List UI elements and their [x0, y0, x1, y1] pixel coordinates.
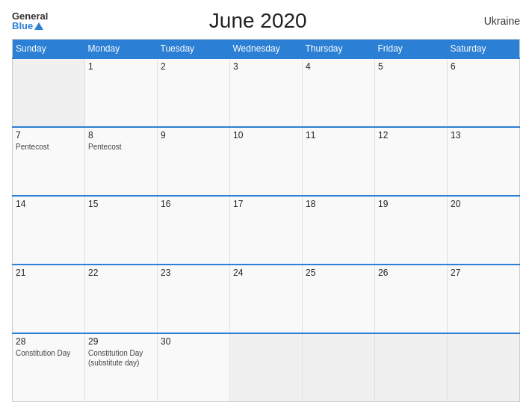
calendar-cell: 2: [158, 58, 230, 127]
calendar-cell: 20: [448, 196, 520, 265]
day-number: 13: [451, 130, 516, 140]
calendar-cell: 25: [303, 265, 375, 333]
day-number: 2: [161, 61, 226, 72]
calendar-cell: 6: [448, 58, 520, 127]
day-number: 20: [451, 199, 516, 209]
calendar-cell: 14: [13, 196, 85, 265]
day-number: 3: [233, 61, 299, 72]
calendar-cell: [303, 333, 375, 402]
calendar-cell: 12: [375, 127, 448, 196]
col-friday: Friday: [375, 40, 448, 59]
day-number: 7: [16, 130, 81, 140]
col-wednesday: Wednesday: [230, 40, 303, 59]
calendar-week-row: 14151617181920: [13, 196, 520, 265]
calendar-cell: [230, 333, 303, 402]
day-number: 1: [88, 61, 154, 72]
calendar-week-row: 28Constitution Day29Constitution Day (su…: [13, 333, 520, 402]
day-number: 26: [378, 268, 444, 278]
calendar-table: Sunday Monday Tuesday Wednesday Thursday…: [12, 39, 520, 402]
day-number: 25: [306, 268, 371, 278]
col-thursday: Thursday: [303, 40, 375, 59]
day-number: 24: [233, 268, 299, 278]
day-number: 18: [306, 199, 371, 209]
day-event: Pentecost: [88, 142, 154, 152]
day-number: 12: [378, 130, 444, 140]
calendar-cell: 13: [448, 127, 520, 196]
day-number: 21: [16, 268, 81, 278]
col-saturday: Saturday: [448, 40, 520, 59]
calendar-title: June 2020: [48, 9, 468, 33]
calendar-cell: 7Pentecost: [13, 127, 85, 196]
day-number: 8: [88, 130, 154, 140]
calendar-cell: 4: [303, 58, 375, 127]
day-number: 9: [161, 130, 226, 140]
calendar-cell: 15: [85, 196, 158, 265]
calendar-cell: 21: [13, 265, 85, 333]
calendar-cell: 22: [85, 265, 158, 333]
logo-triangle-icon: [34, 22, 43, 30]
calendar-cell: 26: [375, 265, 448, 333]
calendar-cell: 24: [230, 265, 303, 333]
calendar-cell: 11: [303, 127, 375, 196]
calendar-cell: [375, 333, 448, 402]
logo: General Blue: [12, 11, 48, 31]
calendar-cell: 3: [230, 58, 303, 127]
calendar-cell: 27: [448, 265, 520, 333]
calendar-cell: [13, 58, 85, 127]
calendar-cell: [448, 333, 520, 402]
calendar-cell: 5: [375, 58, 448, 127]
day-number: 27: [451, 268, 516, 278]
day-number: 22: [88, 268, 154, 278]
calendar-cell: 19: [375, 196, 448, 265]
calendar-cell: 10: [230, 127, 303, 196]
calendar-cell: 17: [230, 196, 303, 265]
day-number: 16: [161, 199, 226, 209]
logo-blue-text: Blue: [12, 21, 33, 31]
calendar-cell: 1: [85, 58, 158, 127]
header: General Blue June 2020 Ukraine: [12, 9, 520, 33]
day-number: 19: [378, 199, 444, 209]
calendar-week-row: 21222324252627: [13, 265, 520, 333]
day-event: Pentecost: [16, 142, 81, 152]
day-number: 28: [16, 336, 81, 347]
day-number: 5: [378, 61, 444, 72]
col-sunday: Sunday: [13, 40, 85, 59]
day-number: 30: [161, 336, 226, 347]
calendar-cell: 23: [158, 265, 230, 333]
country-label: Ukraine: [468, 15, 520, 27]
day-number: 6: [451, 61, 516, 72]
calendar-cell: 18: [303, 196, 375, 265]
calendar-cell: 28Constitution Day: [13, 333, 85, 402]
calendar-week-row: 7Pentecost8Pentecost910111213: [13, 127, 520, 196]
day-number: 4: [306, 61, 371, 72]
calendar-header-row: Sunday Monday Tuesday Wednesday Thursday…: [13, 40, 520, 59]
calendar-cell: 16: [158, 196, 230, 265]
calendar-cell: 30: [158, 333, 230, 402]
calendar-cell: 9: [158, 127, 230, 196]
col-monday: Monday: [85, 40, 158, 59]
day-event: Constitution Day: [16, 348, 81, 358]
day-number: 11: [306, 130, 371, 140]
page: General Blue June 2020 Ukraine Sunday Mo…: [0, 0, 532, 411]
day-number: 29: [88, 336, 154, 347]
calendar-cell: 8Pentecost: [85, 127, 158, 196]
calendar-cell: 29Constitution Day (substitute day): [85, 333, 158, 402]
day-number: 23: [161, 268, 226, 278]
day-number: 14: [16, 199, 81, 209]
col-tuesday: Tuesday: [158, 40, 230, 59]
day-number: 10: [233, 130, 299, 140]
day-event: Constitution Day (substitute day): [88, 348, 154, 368]
calendar-week-row: 123456: [13, 58, 520, 127]
day-number: 15: [88, 199, 154, 209]
day-number: 17: [233, 199, 299, 209]
